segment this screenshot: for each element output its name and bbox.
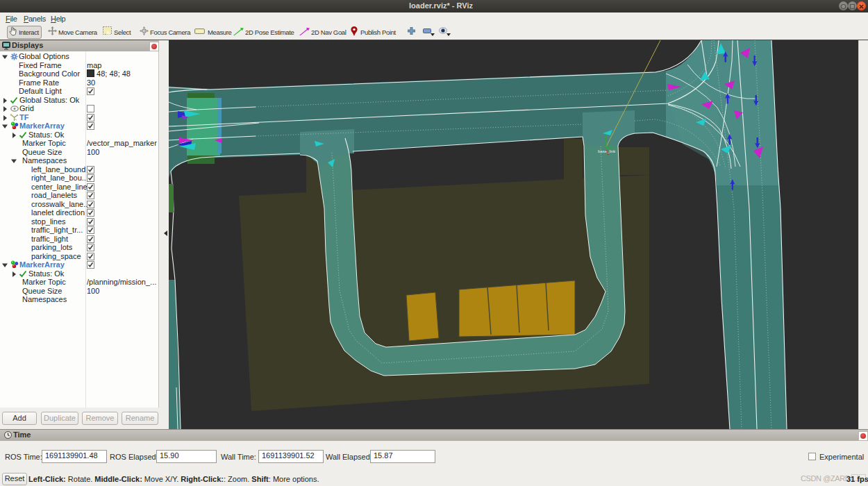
svg-text:base_link: base_link <box>598 149 616 153</box>
